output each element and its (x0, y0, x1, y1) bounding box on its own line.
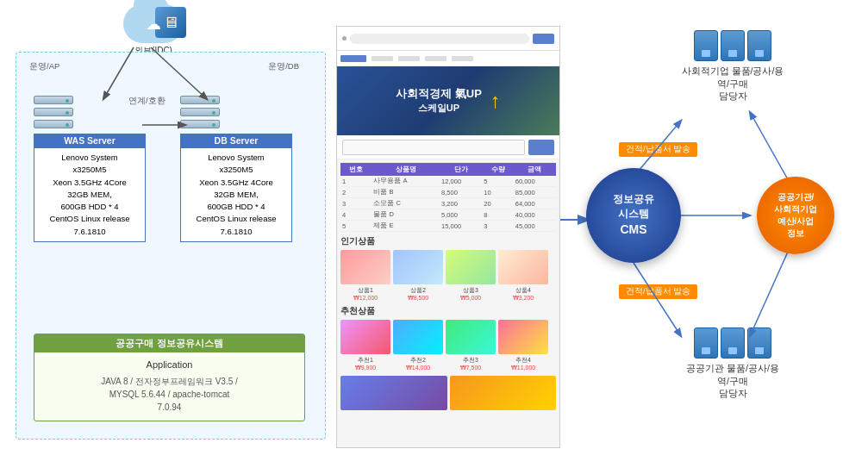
app-box-title: 공공구매 정보공유시스템 (34, 334, 304, 352)
bottom-server-label: 공공기관 물품/공사/용역/구매 담당자 (681, 362, 784, 400)
app-label: Application (43, 359, 296, 370)
db-server-spec: Lenovo System x3250M5 Xeon 3.5GHz 4Core … (180, 147, 292, 242)
svg-line-5 (634, 263, 681, 336)
infra-box: 운영/AP 운영/DB 연계/호환 WAS Server Lenovo Syst… (16, 52, 326, 440)
screen-content: 번호상품명단가수량금액 1사무용품 A12,000560,000 2비품 B8,… (337, 159, 559, 414)
bottom-server-icon (681, 327, 784, 359)
screen-products-title1: 인기상품 (340, 235, 556, 247)
screen-products-recommend: 추천1 ₩9,900 추천2 ₩14,000 추천3 ₩7,500 추천4 ₩1… (340, 320, 556, 371)
svg-line-7 (750, 112, 789, 181)
was-server-spec: Lenovo System x3250M5 Xeon 3.5GHz 4Core … (34, 147, 146, 242)
cms-line1: 정보공유 (613, 192, 654, 207)
public-line1: 공공기관/ (777, 191, 815, 203)
cms-circle: 정보공유 시스템 CMS (586, 168, 681, 263)
screen-nav (337, 51, 559, 66)
top-server-icon (681, 30, 784, 61)
cms-line2: 시스템 (618, 207, 649, 221)
screen-promo-section (340, 376, 556, 410)
screen-table: 번호상품명단가수량금액 1사무용품 A12,000560,000 2비품 B8,… (340, 163, 556, 232)
send-label-top: 건적/납품서 발송 (619, 142, 697, 157)
screen-banner: 사회적경제 氣UP 스케일UP ↑ (337, 66, 559, 135)
app-box: 공공구매 정보공유시스템 Application JAVA 8 / 전자정부프레… (34, 334, 305, 421)
top-server-label: 사회적기업 물품/공사/용역/구매 담당자 (681, 65, 784, 103)
bottom-server-group: 공공기관 물품/공사/용역/구매 담당자 (681, 327, 784, 400)
screenshot-area: 사회적경제 氣UP 스케일UP ↑ 번호상품명단가수량금액 1사무용품 A12,… (336, 26, 560, 448)
svg-line-8 (750, 250, 789, 336)
public-line4: 정보 (787, 228, 804, 240)
top-server-group: 사회적기업 물품/공사/용역/구매 담당자 (681, 30, 784, 103)
screen-products-title2: 추천상품 (340, 305, 556, 317)
screen-header (337, 27, 559, 51)
was-server-name: WAS Server (34, 134, 146, 147)
banner-line2: 스케일UP (396, 102, 482, 115)
screen-search-bar (337, 135, 559, 159)
was-server-block: WAS Server Lenovo System x3250M5 Xeon 3.… (34, 96, 146, 242)
db-server-name: DB Server (180, 134, 292, 147)
public-circle: 공공기관/ 사회적기업 예산/사업 정보 (757, 177, 834, 254)
db-server-block: DB Server Lenovo System x3250M5 Xeon 3.5… (180, 96, 292, 242)
public-line2: 사회적기업 (774, 203, 817, 215)
screen-products-popular: 상품1 ₩12,000 상품2 ₩8,500 상품3 ₩5,000 상품4 ₩3… (340, 250, 556, 302)
app-tech: JAVA 8 / 전자정부프레임워크 V3.5 / MYSQL 5.6.44 /… (43, 375, 296, 414)
db-label: 운영/DB (268, 61, 299, 72)
public-line3: 예산/사업 (777, 215, 815, 228)
ap-label: 운영/AP (29, 61, 59, 72)
cms-line3: CMS (620, 221, 646, 239)
send-label-bottom: 건적/납품서 발송 (619, 284, 697, 299)
banner-line1: 사회적경제 氣UP (396, 86, 482, 102)
